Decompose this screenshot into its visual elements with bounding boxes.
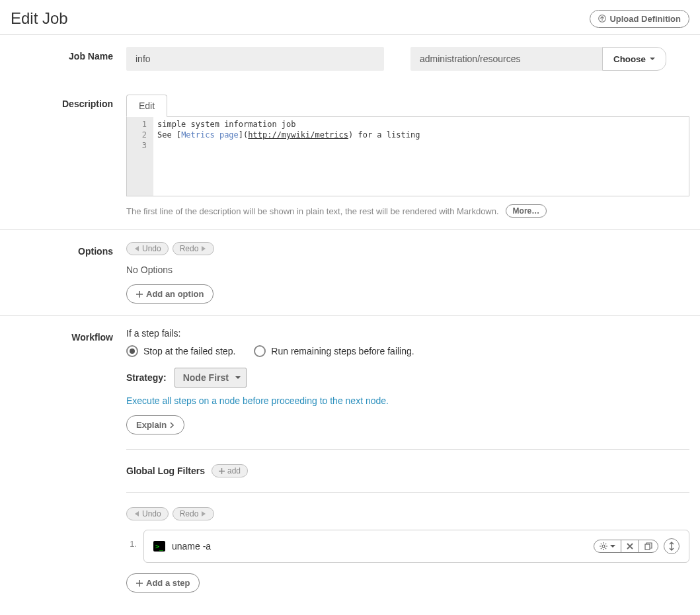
upload-icon	[598, 15, 606, 22]
strategy-label: Strategy:	[126, 372, 167, 383]
radio-selected-icon	[126, 345, 138, 357]
gear-icon	[600, 542, 607, 550]
strategy-description: Execute all steps on a node before proce…	[126, 395, 689, 406]
chevron-down-icon	[610, 545, 615, 550]
plus-icon	[219, 468, 225, 474]
add-log-filter-button[interactable]: add	[212, 464, 248, 477]
wf-undo-button[interactable]: Undo	[126, 507, 169, 520]
forward-icon	[201, 511, 207, 516]
add-option-button[interactable]: Add an option	[126, 284, 214, 304]
group-input[interactable]	[410, 47, 602, 71]
step-copy-button[interactable]	[639, 540, 658, 552]
jobname-input[interactable]	[126, 47, 384, 71]
strategy-select[interactable]: Node First	[175, 368, 247, 388]
description-editor[interactable]: 1 2 3 simple system information job See …	[126, 117, 689, 196]
choose-group-button[interactable]: Choose	[602, 47, 666, 71]
plus-icon	[136, 580, 143, 587]
tab-edit[interactable]: Edit	[126, 95, 167, 117]
more-button[interactable]: More…	[506, 204, 547, 218]
step-number: 1.	[126, 530, 137, 549]
page-title: Edit Job	[11, 9, 68, 28]
options-label: Options	[11, 242, 126, 304]
wf-redo-button[interactable]: Redo	[173, 507, 215, 520]
terminal-icon: >_	[153, 541, 165, 552]
explain-button[interactable]: Explain	[126, 415, 184, 434]
editor-gutter: 1 2 3	[127, 117, 153, 196]
upload-definition-button[interactable]: Upload Definition	[590, 10, 689, 28]
add-step-button[interactable]: Add a step	[126, 573, 200, 593]
rewind-icon	[134, 246, 139, 251]
chevron-down-icon	[650, 58, 655, 63]
fail-question: If a step fails:	[126, 328, 689, 339]
editor-code[interactable]: simple system information job See [Metri…	[153, 117, 689, 196]
svg-point-1	[602, 545, 605, 548]
global-log-filters-label: Global Log Filters	[126, 466, 205, 476]
undo-button[interactable]: Undo	[126, 242, 169, 255]
radio-stop[interactable]: Stop at the failed step.	[126, 345, 235, 357]
no-options-text: No Options	[126, 265, 689, 275]
copy-icon	[644, 542, 652, 550]
description-label: Description	[11, 95, 126, 218]
radio-unselected-icon	[254, 345, 266, 357]
svg-rect-2	[645, 544, 650, 550]
rewind-icon	[134, 511, 139, 516]
forward-icon	[201, 246, 207, 251]
redo-button[interactable]: Redo	[173, 242, 215, 255]
step-command: uname -a	[172, 541, 211, 552]
step-controls	[594, 540, 658, 553]
step-delete-button[interactable]	[621, 540, 639, 552]
chevron-right-icon	[170, 422, 175, 429]
group-chooser: Choose	[410, 47, 666, 71]
step-item[interactable]: >_ uname -a	[143, 530, 689, 563]
jobname-label: Job Name	[11, 47, 126, 71]
workflow-label: Workflow	[11, 328, 126, 593]
description-hint: The first line of the description will b…	[126, 206, 499, 216]
plus-icon	[136, 291, 143, 298]
step-settings-button[interactable]	[594, 540, 621, 552]
vertical-arrows-icon	[669, 542, 674, 551]
close-icon	[627, 543, 633, 550]
step-move-button[interactable]	[664, 538, 680, 554]
radio-run[interactable]: Run remaining steps before failing.	[254, 345, 414, 357]
